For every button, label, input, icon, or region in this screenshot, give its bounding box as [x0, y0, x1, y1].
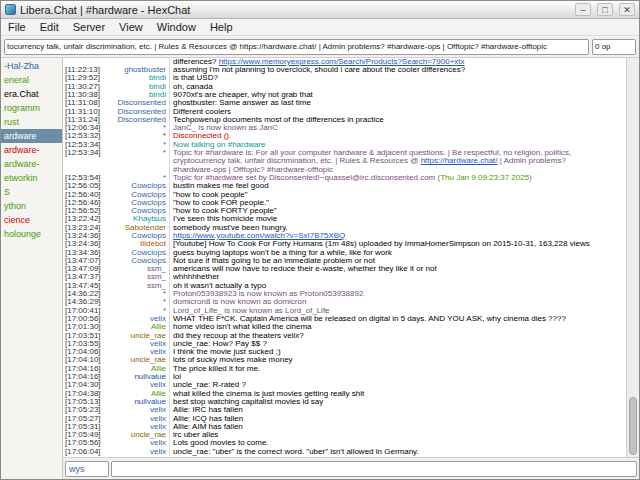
- nick: Disconsented: [109, 99, 169, 107]
- timestamp: [17:04:06]: [63, 348, 109, 356]
- timestamp: [13:47:09]: [63, 265, 109, 273]
- message-text: JanC_ is now known as JanC: [173, 124, 278, 132]
- message: oh, canada: [169, 83, 626, 91]
- chat-scrollbar[interactable]: [626, 58, 639, 457]
- channel-tab[interactable]: eneral: [1, 73, 62, 87]
- message-text: Proton053938923 is now known as Proton05…: [173, 290, 363, 298]
- timestamp: [12:56:46]: [63, 199, 109, 207]
- menu-window[interactable]: Window: [150, 20, 203, 34]
- timestamp: [12:53:32]: [63, 132, 109, 140]
- close-button[interactable]: ✕: [619, 3, 635, 16]
- scrollbar-thumb[interactable]: [629, 397, 637, 455]
- channel-tab[interactable]: ardware-: [1, 143, 62, 157]
- channel-tab[interactable]: rust: [1, 115, 62, 129]
- channel-tab[interactable]: holounge: [1, 227, 62, 241]
- message: cryptocurrency talk, unfair discriminati…: [169, 157, 626, 165]
- menu-bar: FileEditServerViewWindowHelp: [1, 19, 639, 36]
- timestamp: [17:00:56]: [63, 315, 109, 323]
- nick: ghostbuster: [109, 66, 169, 74]
- message: lol: [169, 373, 626, 381]
- timestamp: [11:30:38]: [63, 91, 109, 99]
- channel-tab[interactable]: rogramm: [1, 101, 62, 115]
- message: Disconnected ().: [169, 132, 626, 140]
- chat-line: [17:05:23]velixAllie: IRC has fallen: [63, 406, 626, 414]
- message-text: americans will now have to reduce their …: [173, 265, 437, 273]
- nick: bindi: [109, 83, 169, 91]
- message: WHAT THE F*CK. Captain America will be r…: [169, 315, 626, 323]
- timestamp: [17:05:13]: [63, 398, 109, 406]
- nick: uncle_rae: [109, 431, 169, 439]
- timestamp: [17:00:41]: [63, 307, 109, 315]
- channel-tab[interactable]: ython: [1, 199, 62, 213]
- menu-view[interactable]: View: [112, 20, 150, 34]
- message: "how to cook people": [169, 191, 626, 199]
- channel-tab[interactable]: ardware: [1, 129, 62, 143]
- channel-tab[interactable]: era.Chat: [1, 87, 62, 101]
- nick: velix: [109, 448, 169, 456]
- nick-button[interactable]: wys: [65, 461, 109, 477]
- menu-server[interactable]: Server: [66, 20, 112, 34]
- message-input[interactable]: [111, 461, 637, 477]
- nick: [109, 58, 169, 66]
- channel-tab[interactable]: S: [1, 185, 62, 199]
- message-text: home video isn't what killed the cinema: [173, 323, 312, 331]
- message-text: | Admin problems?: [498, 157, 566, 165]
- channel-tab[interactable]: -Hal-Zha: [1, 59, 62, 73]
- message-text: oh it wasn't actually a typo: [173, 282, 266, 290]
- chat-line: [17:05:56]velixLots good movies to come.: [63, 439, 626, 447]
- nick: velix: [109, 340, 169, 348]
- timestamp: [13:23:24]: [63, 224, 109, 232]
- message-text: Different coolers: [173, 108, 231, 116]
- chat-column: differences? https://www.memoryexpress.c…: [63, 58, 639, 479]
- maximize-button[interactable]: □: [597, 3, 613, 16]
- message: Allie: ICQ has fallen: [169, 415, 626, 423]
- timestamp: [63, 166, 109, 174]
- timestamp: [17:05:23]: [63, 406, 109, 414]
- chat-line: [12:56:46]Cowclops"how to cook FOR peopl…: [63, 199, 626, 207]
- message-link[interactable]: https://www.youtube.com/watch?v=SxI7B75X…: [173, 232, 345, 240]
- timestamp: [63, 58, 109, 66]
- menu-edit[interactable]: Edit: [33, 20, 66, 34]
- nick: Cowclops: [109, 199, 169, 207]
- timestamp: [11:31:08]: [63, 99, 109, 107]
- channel-tab[interactable]: cience: [1, 213, 62, 227]
- channel-tab[interactable]: ardware-: [1, 157, 62, 171]
- chat-line: [11:30:27]bindioh, canada: [63, 83, 626, 91]
- message-text: is that USD?: [173, 74, 218, 82]
- message: JanC_ is now known as JanC: [169, 124, 626, 132]
- nick: [109, 157, 169, 165]
- message: Allie: IRC has fallen: [169, 406, 626, 414]
- chat-line: [11:31:24]DisconsentedTechpowerup docume…: [63, 116, 626, 124]
- message-link[interactable]: https://hardware.chat/: [421, 157, 498, 165]
- channel-tab[interactable]: etworkin: [1, 171, 62, 185]
- menu-help[interactable]: Help: [203, 20, 240, 34]
- nick: Cowclops: [109, 182, 169, 190]
- message-text: Not sure if thats going to be an immedia…: [173, 257, 375, 265]
- timestamp: [13:34:36]: [63, 249, 109, 257]
- nick: uncle_rae: [109, 356, 169, 364]
- message-text: differences?: [173, 58, 219, 66]
- message-link[interactable]: https://www.memoryexpress.com/Search/Pro…: [219, 58, 465, 66]
- message: ghostbuster: Same answer as last time: [169, 99, 626, 107]
- chat-line: [12:56:40]Cowclops"how to cook people": [63, 191, 626, 199]
- message-text: domicron8 is now known as domicron: [173, 298, 306, 306]
- nick: velix: [109, 423, 169, 431]
- chat-line: [11:29:52]bindiis that USD?: [63, 74, 626, 82]
- message: Proton053938923 is now known as Proton05…: [169, 290, 626, 298]
- message: best stop watching capitalist movies id …: [169, 398, 626, 406]
- message-text: Topic for #hardware set by Disconsented!…: [173, 174, 437, 182]
- chat-line: [17:04:30]velixuncle_rae: R-rated ?: [63, 381, 626, 389]
- nick: Cowclops: [109, 191, 169, 199]
- timestamp: [17:03:55]: [63, 340, 109, 348]
- chat-line: differences? https://www.memoryexpress.c…: [63, 58, 626, 66]
- menu-file[interactable]: File: [1, 20, 33, 34]
- minimize-button[interactable]: –: [575, 3, 591, 16]
- topic-input[interactable]: [4, 39, 589, 55]
- message-text: Allie: AIM has fallen: [173, 423, 243, 431]
- timestamp: [14:36:22]: [63, 290, 109, 298]
- title-bar[interactable]: Libera.Chat | #hardware - HexChat – □ ✕: [1, 1, 639, 19]
- message-text: The price killed it for me.: [173, 365, 260, 373]
- message-text: did they recoup at the theaters velix?: [173, 332, 304, 340]
- nick: *: [109, 124, 169, 132]
- message: 9070xt's are cheaper, why not grab that: [169, 91, 626, 99]
